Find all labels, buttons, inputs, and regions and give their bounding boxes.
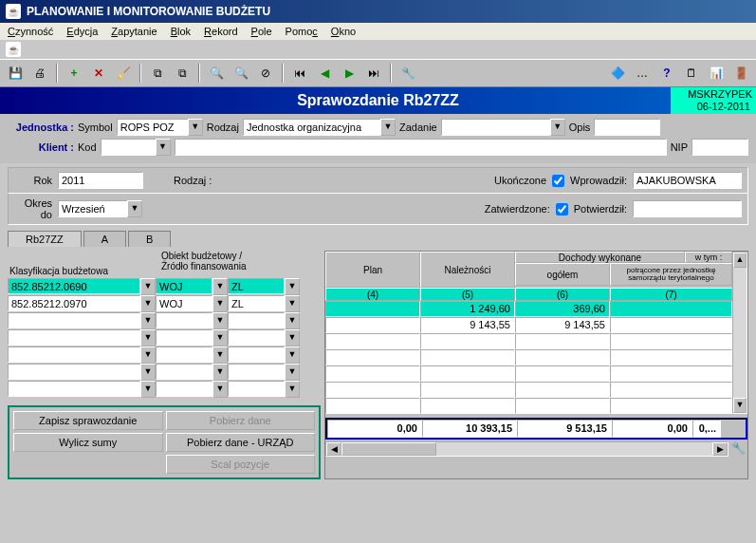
cls-kod-input[interactable] [8,381,140,397]
grid-cell[interactable]: 9 143,55 [420,317,515,333]
grid-cell[interactable] [325,365,420,382]
grid-cell[interactable] [610,365,732,382]
wprowadzil-input[interactable] [633,172,742,189]
cls-obiekt-input[interactable] [156,381,212,397]
cls-obiekt-input[interactable] [156,329,212,346]
grid-cell[interactable] [515,398,610,414]
cls-zrodlo-input[interactable] [228,329,285,346]
scroll-thumb[interactable] [341,442,436,456]
wylicz-button[interactable]: Wylicz sumy [13,433,163,452]
potwierdzil-input[interactable] [633,200,742,217]
grid-cell[interactable] [420,382,515,398]
zatwierdzone-checkbox[interactable] [556,203,568,215]
chevron-down-icon[interactable]: ▼ [285,295,300,312]
tab-a[interactable]: A [83,231,126,247]
okres-input[interactable] [58,200,127,217]
cls-obiekt-input[interactable] [156,312,212,328]
cls-obiekt-input[interactable] [156,346,212,363]
chevron-down-icon[interactable]: ▼ [212,364,228,381]
prev-icon[interactable]: ◀ [313,63,336,84]
rodzaj-input[interactable] [243,119,380,136]
zadanie-dropdown-btn[interactable]: ▼ [550,119,565,136]
chevron-down-icon[interactable]: ▼ [285,381,300,398]
scroll-left-icon[interactable]: ◀ [326,442,341,456]
cls-kod-input[interactable] [8,346,140,363]
grid-cell[interactable] [420,333,515,349]
grid-cell[interactable] [610,349,732,365]
app2-icon[interactable]: … [631,63,654,84]
grid-cell[interactable] [325,301,420,317]
paste-icon[interactable]: ⧉ [171,63,194,84]
grid-cell[interactable] [610,301,732,317]
tool-icon[interactable]: 🔧 [396,63,419,84]
search-icon[interactable]: 🔍 [205,63,228,84]
nip-input[interactable] [691,139,748,156]
chevron-down-icon[interactable]: ▼ [285,329,300,346]
tab-b[interactable]: B [128,231,171,247]
grid-cell[interactable] [420,365,515,382]
grid-cell[interactable] [325,333,420,349]
help-icon[interactable]: ? [655,63,678,84]
cls-zrodlo-input[interactable] [228,364,285,380]
grid-cell[interactable] [515,382,610,398]
menu-rekord[interactable]: Rekord [204,26,237,37]
delete-icon[interactable]: ✕ [87,63,110,84]
grid-cell[interactable] [515,349,610,365]
chevron-down-icon[interactable]: ▼ [140,295,156,312]
last-icon[interactable]: ⏭ [362,63,385,84]
grid-cell[interactable] [515,333,610,349]
chevron-down-icon[interactable]: ▼ [212,381,228,398]
chevron-down-icon[interactable]: ▼ [140,364,156,381]
zadanie-input[interactable] [441,119,550,136]
add-icon[interactable]: + [63,63,85,84]
menu-edycja[interactable]: Edycja [66,26,98,37]
cls-obiekt-input[interactable] [156,364,212,380]
chart-icon[interactable]: 📊 [705,63,728,84]
next-icon[interactable]: ▶ [338,63,360,84]
chevron-down-icon[interactable]: ▼ [140,312,156,329]
chevron-down-icon[interactable]: ▼ [285,278,300,295]
scroll-up-icon[interactable]: ▲ [733,253,747,268]
menu-czynnosc[interactable]: Czynność [8,26,53,37]
rok-input[interactable] [58,172,143,189]
chevron-down-icon[interactable]: ▼ [212,329,228,346]
kod-dropdown-btn[interactable]: ▼ [156,139,171,156]
grid-cell[interactable] [515,365,610,382]
first-icon[interactable]: ⏮ [288,63,311,84]
cls-kod-input[interactable] [8,364,140,380]
cancel-search-icon[interactable]: ⊘ [254,63,277,84]
copy-icon[interactable]: ⧉ [146,63,169,84]
cls-kod-input[interactable] [8,278,140,294]
grid-tool-icon[interactable]: 🔧 [728,440,747,456]
scroll-down-icon[interactable]: ▼ [733,398,747,413]
chevron-down-icon[interactable]: ▼ [140,381,156,398]
chevron-down-icon[interactable]: ▼ [140,346,156,364]
cls-kod-input[interactable] [8,295,140,311]
kod-input[interactable] [101,139,156,156]
scal-button[interactable]: Scal pozycje [166,455,316,474]
chevron-down-icon[interactable]: ▼ [285,364,300,381]
okres-dropdown-btn[interactable]: ▼ [127,200,142,217]
menu-pole[interactable]: Pole [251,26,272,37]
zapisz-button[interactable]: Zapisz sprawozdanie [13,411,163,430]
grid-hscroll[interactable]: ◀ ▶ [325,441,728,457]
tab-rb27zz[interactable]: Rb27ZZ [8,231,82,247]
menu-blok[interactable]: Blok [171,26,191,37]
symbol-dropdown-btn[interactable]: ▼ [188,119,203,136]
scroll-right-icon[interactable]: ▶ [712,442,728,456]
exit-icon[interactable]: 🚪 [729,63,752,84]
save-icon[interactable]: 💾 [4,63,27,84]
grid-vscroll[interactable]: ▲ ▼ [732,252,747,414]
grid-cell[interactable] [610,398,732,414]
cls-zrodlo-input[interactable] [228,381,285,397]
grid-cell[interactable] [325,317,420,333]
grid-cell[interactable] [325,349,420,365]
chevron-down-icon[interactable]: ▼ [212,312,228,329]
print-icon[interactable]: 🖨 [28,63,51,84]
chevron-down-icon[interactable]: ▼ [140,278,156,295]
calc-icon[interactable]: 🗒 [680,63,703,84]
pobierz-urzad-button[interactable]: Pobierz dane - URZĄD [166,433,316,452]
cls-zrodlo-input[interactable] [228,346,285,363]
grid-cell[interactable] [325,398,420,414]
rodzaj-dropdown-btn[interactable]: ▼ [380,119,396,136]
